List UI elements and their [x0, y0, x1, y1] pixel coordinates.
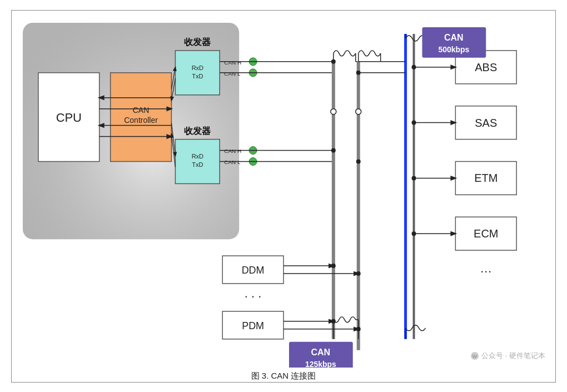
canh2-label: CAN H — [224, 148, 241, 154]
dots-label: · · · — [245, 289, 261, 302]
svg-point-40 — [331, 148, 336, 152]
can125-label2: 125kbps — [305, 359, 336, 368]
abs-label: ABS — [475, 61, 497, 73]
cpu-label: CPU — [56, 110, 82, 124]
can-controller-label: CAN — [133, 105, 149, 114]
canl2-label: CAN L — [224, 159, 241, 165]
svg-point-59 — [412, 120, 416, 125]
canh1-label: CAN H — [224, 59, 241, 65]
etm-label: ETM — [474, 172, 498, 184]
can500-label1: CAN — [444, 32, 464, 42]
txd2: TxD — [192, 161, 203, 168]
watermark-text: 公众号 · 硬件笔记本 — [481, 351, 545, 361]
svg-point-38 — [331, 59, 336, 63]
svg-point-61 — [412, 176, 416, 180]
svg-point-63 — [412, 231, 416, 236]
right-dots-label: … — [480, 261, 492, 275]
caption: 图 3. CAN 连接图 — [251, 371, 316, 384]
svg-text:W: W — [472, 354, 478, 359]
txd1: TxD — [192, 72, 203, 79]
outer-container: CPU CAN Controller 收发器 RxD TxD CAN H CAN… — [11, 10, 556, 383]
svg-point-51 — [356, 326, 361, 331]
watermark: W 公众号 · 硬件笔记本 — [470, 351, 545, 361]
diagram-area: CPU CAN Controller 收发器 RxD TxD CAN H CAN… — [17, 16, 550, 368]
svg-point-41 — [356, 159, 361, 163]
svg-point-36 — [331, 108, 336, 114]
transceiver2-title: 收发器 — [184, 126, 211, 135]
can125-label1: CAN — [311, 347, 331, 356]
pdm-label: PDM — [242, 320, 264, 331]
svg-point-46 — [331, 264, 336, 268]
ecm-label: ECM — [474, 227, 498, 240]
can500-label2: 500kbps — [438, 44, 469, 53]
rxd-txd2: RxD — [192, 153, 203, 160]
transceiver1-title: 收发器 — [184, 37, 211, 46]
rxd-txd1: RxD — [192, 64, 203, 71]
sas-label: SAS — [475, 116, 497, 128]
svg-point-37 — [356, 108, 361, 114]
svg-point-47 — [356, 271, 361, 276]
svg-point-57 — [412, 64, 416, 69]
watermark-icon: W — [470, 351, 479, 360]
can-controller-label2: Controller — [124, 115, 158, 124]
svg-point-50 — [331, 319, 336, 323]
ddm-label: DDM — [242, 265, 265, 276]
canl1-label: CAN L — [224, 70, 241, 76]
